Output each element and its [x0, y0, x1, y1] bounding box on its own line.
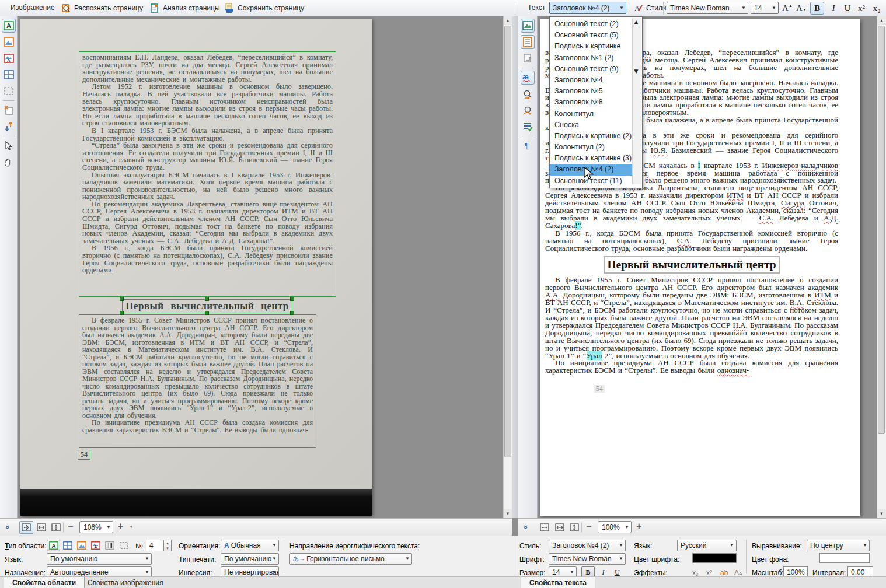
- selection-area-tool[interactable]: [2, 84, 16, 98]
- font-size-combo[interactable]: 14 ▼: [751, 2, 779, 14]
- styles-button[interactable]: A Стили: [630, 1, 670, 15]
- next-error-button[interactable]: [521, 87, 535, 101]
- fit-width-button[interactable]: [34, 521, 48, 534]
- text-area-tool[interactable]: A: [2, 19, 16, 33]
- zoom-in-button[interactable]: +: [118, 521, 123, 531]
- show-text-button[interactable]: [521, 35, 535, 49]
- picture-area-tool[interactable]: [2, 35, 16, 49]
- collapse-chevrons-icon[interactable]: »: [524, 523, 528, 531]
- paragraph[interactable]: В феврале 1955 г. Совет Министров СССР п…: [545, 276, 838, 359]
- page-number-region[interactable]: 54: [78, 450, 90, 460]
- select-cursor-tool[interactable]: [2, 139, 16, 153]
- save-page-button[interactable]: Сохранить страницу: [221, 1, 308, 15]
- show-image-button[interactable]: [521, 19, 535, 33]
- effect-smallcaps-button[interactable]: Aa: [734, 569, 742, 577]
- style-option[interactable]: Основной текст (5): [550, 30, 632, 41]
- text-zoom-combo[interactable]: 100% ▼: [598, 521, 632, 533]
- effect-subscript-button[interactable]: x₂: [692, 569, 699, 577]
- text-font-combo[interactable]: Times New Roman▼: [549, 553, 626, 565]
- style-option[interactable]: Колонтитул: [550, 108, 632, 120]
- tab-text-properties[interactable]: Свойства текста: [521, 577, 595, 588]
- fit-width-button[interactable]: [553, 521, 567, 534]
- find-replace-button[interactable]: [521, 103, 535, 117]
- hand-pan-tool[interactable]: [2, 155, 16, 169]
- zoom-out-button[interactable]: −: [586, 521, 591, 531]
- style-combo[interactable]: Заголовок №4 (2) ▼: [549, 2, 626, 14]
- superscript-button[interactable]: x²: [854, 2, 868, 15]
- scroll-down-icon[interactable]: ▼: [504, 509, 512, 518]
- recognize-page-button[interactable]: Распознать страницу: [57, 1, 146, 15]
- scroll-up-icon[interactable]: ▲: [877, 16, 886, 25]
- recognized-heading[interactable]: Первый вычислительный центр: [604, 256, 780, 274]
- style-option[interactable]: Колонтитул (2): [550, 142, 632, 153]
- fit-page-button[interactable]: [538, 521, 552, 534]
- collapse-chevrons-icon[interactable]: »: [6, 523, 10, 531]
- style-option[interactable]: Сноска: [550, 120, 632, 131]
- print-type-combo[interactable]: По умолчанию▼: [221, 553, 279, 565]
- area-type-barcode-button[interactable]: [103, 540, 116, 551]
- text-language-combo[interactable]: Русский▼: [677, 540, 737, 551]
- style-option[interactable]: Заголовок №1 (2): [550, 52, 632, 64]
- scanned-page[interactable]: воспоминаниям Е.П. Ландера, оказал Лебед…: [20, 19, 372, 516]
- font-color-swatch[interactable]: [692, 553, 737, 563]
- tab-area-properties[interactable]: Свойства области: [4, 577, 85, 588]
- fit-page-button[interactable]: [19, 521, 33, 534]
- zoom-in-button[interactable]: +: [636, 521, 641, 531]
- scroll-down-icon[interactable]: ▼: [633, 67, 640, 75]
- orientation-combo[interactable]: A Обычная ▼: [221, 540, 279, 551]
- text-vertical-scrollbar[interactable]: ▲ ▼: [877, 16, 886, 518]
- fit-height-button[interactable]: [567, 521, 581, 534]
- style-option[interactable]: Основной текст (2): [550, 19, 632, 30]
- area-number-spinner[interactable]: ▲▼: [163, 540, 172, 551]
- area-type-picture-caption-button[interactable]: A: [89, 540, 102, 551]
- background-color-swatch[interactable]: [819, 553, 870, 563]
- effect-strikethrough-button[interactable]: ab: [720, 569, 728, 577]
- text-region-1[interactable]: воспоминаниям Е.П. Ландера, оказал Лебед…: [79, 51, 336, 297]
- tab-image-properties[interactable]: Свойства изображения: [79, 577, 172, 588]
- analyze-page-button[interactable]: Анализ страницы: [146, 1, 224, 15]
- paragraph[interactable]: По инициативе президиума АН СССР была со…: [545, 359, 838, 374]
- style-option[interactable]: Подпись к картинке (2): [550, 131, 632, 142]
- collapse-arrow-icon[interactable]: ◂: [130, 524, 132, 529]
- text-style-combo[interactable]: Заголовок №4 (2)▼: [549, 540, 626, 551]
- style-option[interactable]: Подпись к картинке: [550, 41, 632, 52]
- text-menu[interactable]: Текст: [528, 4, 545, 12]
- area-type-table-button[interactable]: [61, 540, 74, 551]
- style-option[interactable]: Подпись к картинке (3): [550, 153, 632, 164]
- table-area-tool[interactable]: [2, 68, 16, 82]
- picture-caption-area-tool[interactable]: A: [2, 51, 16, 65]
- area-type-text-button[interactable]: A: [47, 540, 60, 551]
- image-vertical-scrollbar[interactable]: ▲ ▼: [503, 16, 512, 518]
- image-menu[interactable]: Изображение: [11, 4, 55, 12]
- hieroglyphic-direction-combo[interactable]: あ→ Горизонтальное письмо ▼: [289, 553, 412, 565]
- underline-button[interactable]: U: [840, 2, 854, 15]
- reorder-areas-tool[interactable]: [2, 120, 16, 134]
- fit-height-button[interactable]: [49, 521, 63, 534]
- formatting-marks-button[interactable]: ¶: [521, 139, 535, 153]
- delete-area-tool[interactable]: [2, 103, 16, 117]
- scroll-up-icon[interactable]: ▲: [633, 18, 640, 26]
- spellcheck-view-button[interactable]: æ: [521, 71, 535, 85]
- recognized-text-block-2[interactable]: В феврале 1955 г. Совет Министров СССР п…: [545, 276, 838, 374]
- area-type-picture-button[interactable]: [75, 540, 88, 551]
- spinner-up-icon[interactable]: ▲: [166, 541, 169, 545]
- style-option[interactable]: Заголовок №8: [550, 97, 632, 108]
- bold-button[interactable]: B: [810, 2, 824, 15]
- scroll-down-icon[interactable]: ▼: [877, 509, 886, 518]
- decrease-font-button[interactable]: A▼: [795, 2, 808, 15]
- effect-superscript-button[interactable]: x²: [706, 569, 712, 577]
- area-type-selection-button[interactable]: [117, 540, 130, 551]
- verify-text-button[interactable]: [521, 120, 535, 134]
- recognized-page-number[interactable]: 54: [594, 385, 605, 393]
- image-zoom-combo[interactable]: 106% ▼: [79, 521, 113, 533]
- text-region-2[interactable]: В феврале 1955 г. Совет Министров СССР п…: [79, 314, 316, 448]
- paragraph[interactable]: По рекомендации академика Лаврентьева, с…: [545, 184, 838, 229]
- alignment-combo[interactable]: По центру▼: [807, 540, 870, 551]
- scroll-up-icon[interactable]: ▲: [504, 16, 512, 25]
- resync-page-button[interactable]: [521, 51, 535, 65]
- zoom-out-button[interactable]: −: [68, 521, 73, 531]
- style-option[interactable]: Заголовок №4: [550, 75, 632, 86]
- italic-button[interactable]: I: [826, 2, 840, 15]
- image-pane[interactable]: воспоминаниям Е.П. Ландера, оказал Лебед…: [18, 16, 503, 518]
- paragraph[interactable]: В 1956 г., когда БЭСМ была принята Госуд…: [545, 230, 838, 253]
